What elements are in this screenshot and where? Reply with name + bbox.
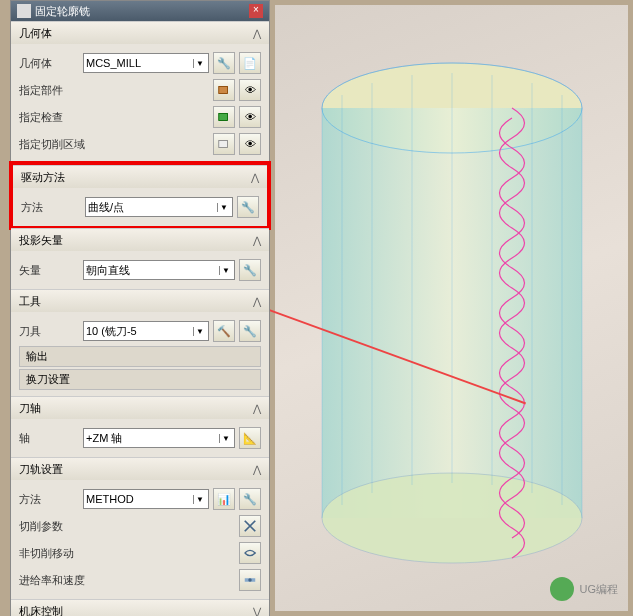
dropdown-icon: ▼ <box>193 327 206 336</box>
specify-check-label: 指定检查 <box>19 110 209 125</box>
tool-edit-button[interactable]: 🔧 <box>239 320 261 342</box>
panel-title: 固定轮廓铣 <box>35 4 90 19</box>
tool-label: 刀具 <box>19 324 79 339</box>
path-method-select[interactable]: METHOD▼ <box>83 489 209 509</box>
chevron-up-icon: ⋀ <box>253 403 261 414</box>
dropdown-icon: ▼ <box>219 266 232 275</box>
specify-part-button[interactable] <box>213 79 235 101</box>
cutparams-button[interactable] <box>239 515 261 537</box>
display-part-button[interactable]: 👁 <box>239 79 261 101</box>
axis-select[interactable]: +ZM 轴▼ <box>83 428 235 448</box>
drive-method-select[interactable]: 曲线/点▼ <box>85 197 233 217</box>
noncut-button[interactable] <box>239 542 261 564</box>
cutparams-label: 切削参数 <box>19 519 235 534</box>
panel-icon <box>17 4 31 18</box>
svg-rect-15 <box>219 141 228 148</box>
noncut-label: 非切削移动 <box>19 546 235 561</box>
drive-method-edit-button[interactable]: 🔧 <box>237 196 259 218</box>
svg-rect-13 <box>219 87 228 94</box>
section-toolaxis-header[interactable]: 刀轴⋀ <box>11 397 269 419</box>
titlebar[interactable]: 固定轮廓铣 × <box>11 1 269 21</box>
dropdown-icon: ▼ <box>193 59 206 68</box>
dropdown-icon: ▼ <box>217 203 230 212</box>
chevron-up-icon: ⋀ <box>253 235 261 246</box>
geometry-select[interactable]: MCS_MILL▼ <box>83 53 209 73</box>
specify-cutarea-label: 指定切削区域 <box>19 137 209 152</box>
section-projection-header[interactable]: 投影矢量⋀ <box>11 229 269 251</box>
axis-edit-button[interactable]: 📐 <box>239 427 261 449</box>
output-subsection[interactable]: 输出 <box>19 346 261 367</box>
path-method-edit-button[interactable]: 🔧 <box>239 488 261 510</box>
specify-part-label: 指定部件 <box>19 83 209 98</box>
tool-select[interactable]: 10 (铣刀-5▼ <box>83 321 209 341</box>
vector-label: 矢量 <box>19 263 79 278</box>
section-tool-header[interactable]: 工具⋀ <box>11 290 269 312</box>
svg-point-2 <box>322 473 582 563</box>
geometry-new-button[interactable]: 📄 <box>239 52 261 74</box>
specify-check-button[interactable] <box>213 106 235 128</box>
section-geometry-header[interactable]: 几何体⋀ <box>11 22 269 44</box>
toolchange-subsection[interactable]: 换刀设置 <box>19 369 261 390</box>
chevron-up-icon: ⋀ <box>251 172 259 183</box>
viewport-3d[interactable] <box>275 5 628 611</box>
feedspeed-button[interactable] <box>239 569 261 591</box>
close-icon[interactable]: × <box>249 4 263 18</box>
watermark: UG编程 <box>550 577 619 601</box>
specify-cutarea-button[interactable] <box>213 133 235 155</box>
geometry-label: 几何体 <box>19 56 79 71</box>
highlight-box: 驱动方法⋀ 方法 曲线/点▼ 🔧 <box>9 161 271 230</box>
tool-new-button[interactable]: 🔨 <box>213 320 235 342</box>
path-method-inherit-button[interactable]: 📊 <box>213 488 235 510</box>
section-drive-header[interactable]: 驱动方法⋀ <box>13 166 267 188</box>
display-cutarea-button[interactable]: 👁 <box>239 133 261 155</box>
chevron-up-icon: ⋀ <box>253 28 261 39</box>
drive-method-label: 方法 <box>21 200 81 215</box>
vector-select[interactable]: 朝向直线▼ <box>83 260 235 280</box>
section-pathsettings-header[interactable]: 刀轨设置⋀ <box>11 458 269 480</box>
path-method-label: 方法 <box>19 492 79 507</box>
dropdown-icon: ▼ <box>193 495 206 504</box>
display-check-button[interactable]: 👁 <box>239 106 261 128</box>
chevron-down-icon: ⋁ <box>253 606 261 617</box>
chevron-up-icon: ⋀ <box>253 296 261 307</box>
svg-rect-14 <box>219 114 228 121</box>
axis-label: 轴 <box>19 431 79 446</box>
vector-edit-button[interactable]: 🔧 <box>239 259 261 281</box>
chevron-up-icon: ⋀ <box>253 464 261 475</box>
model-cylinder <box>312 53 592 573</box>
svg-point-17 <box>248 578 252 582</box>
operation-panel: 固定轮廓铣 × 几何体⋀ 几何体 MCS_MILL▼ 🔧 📄 指定部件 👁 指定… <box>10 0 270 616</box>
wechat-icon <box>550 577 574 601</box>
feedspeed-label: 进给率和速度 <box>19 573 235 588</box>
geometry-edit-button[interactable]: 🔧 <box>213 52 235 74</box>
dropdown-icon: ▼ <box>219 434 232 443</box>
section-machine-header[interactable]: 机床控制⋁ <box>11 600 269 616</box>
